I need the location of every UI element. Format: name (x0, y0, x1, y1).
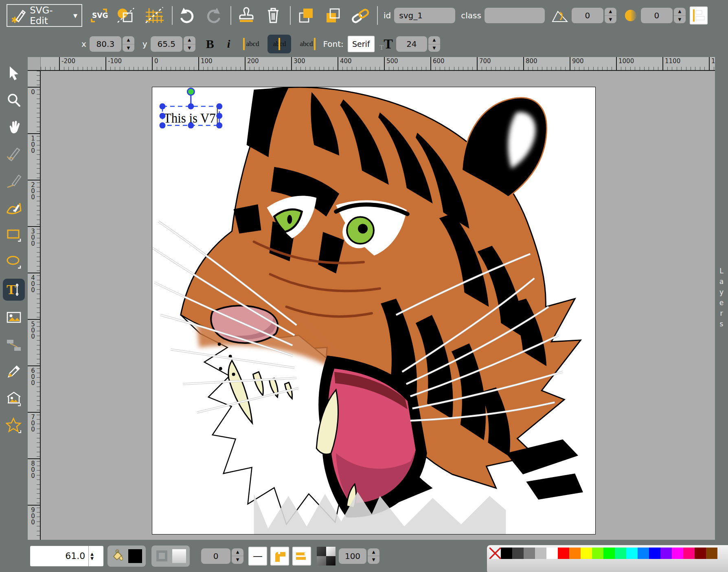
palette-swatch[interactable] (524, 548, 535, 559)
undo-button[interactable] (177, 6, 197, 25)
linejoin-button[interactable] (270, 547, 289, 565)
id-input[interactable] (394, 8, 455, 23)
anchor-start-bar-icon (243, 38, 245, 50)
text-anchor-middle-button[interactable]: abcd (268, 35, 291, 53)
palette-swatch[interactable] (672, 548, 683, 559)
tool-ellipse[interactable] (4, 252, 24, 271)
tool-text[interactable]: T (3, 279, 25, 301)
blur-tool (623, 6, 638, 25)
palette-swatch-none[interactable] (489, 548, 501, 559)
rotate-handle[interactable] (187, 88, 194, 95)
bold-button[interactable]: B (206, 37, 214, 51)
opacity-checker-icon[interactable] (317, 547, 335, 565)
text-toolbar: x ▲▼ y ▲▼ B i abcd abcd abcd Font: Serif… (0, 31, 728, 57)
tool-line[interactable] (4, 171, 24, 191)
palette-swatch[interactable] (569, 548, 581, 559)
tool-rect[interactable] (4, 225, 24, 244)
tool-eyedropper[interactable] (4, 362, 24, 381)
selected-text-group[interactable]: This is V7 (159, 88, 222, 129)
palette-swatch[interactable] (626, 548, 638, 559)
angle-input[interactable] (572, 8, 603, 23)
font-size-icon: T T (379, 36, 393, 52)
palette-swatch[interactable] (706, 548, 717, 559)
ruler-corner (28, 57, 41, 71)
stroke-width-spinner[interactable]: ▲▼ (232, 548, 243, 564)
y-spinner[interactable]: ▲▼ (184, 36, 195, 52)
v-ruler-label: 200 (28, 180, 40, 201)
palette-swatch[interactable] (558, 548, 569, 559)
h-ruler-label: 200 (245, 57, 259, 70)
palette-swatch[interactable] (592, 548, 603, 559)
font-size-input[interactable] (396, 36, 427, 52)
zoom-spinner[interactable]: ▲▼ (88, 546, 95, 566)
redo-button[interactable] (204, 6, 224, 25)
move-to-back-button[interactable] (322, 6, 344, 25)
font-size-spinner[interactable]: ▲▼ (428, 36, 440, 52)
text-anchor-start-button[interactable]: abcd (241, 35, 264, 53)
linecap-button[interactable] (292, 547, 311, 565)
palette-swatch[interactable] (683, 548, 695, 559)
eyedropper-icon (6, 363, 22, 380)
palette-swatch[interactable] (695, 548, 706, 559)
palette-swatch[interactable] (649, 548, 660, 559)
tool-connector[interactable] (4, 335, 24, 354)
h-ruler-label: 100 (198, 57, 213, 70)
delete-button[interactable] (263, 6, 283, 25)
x-input[interactable] (90, 36, 121, 52)
palette-swatch[interactable] (512, 548, 524, 559)
svg-canvas[interactable]: This is V7 (152, 87, 596, 535)
class-input[interactable] (485, 8, 545, 23)
stroke-style-button[interactable]: — (248, 547, 267, 565)
link-button[interactable] (349, 6, 371, 25)
separator (230, 6, 231, 25)
tool-pencil[interactable] (4, 144, 24, 164)
tool-pan[interactable] (4, 117, 24, 137)
fill-color-control[interactable] (107, 546, 146, 567)
opacity-input[interactable] (339, 548, 366, 564)
layers-panel-toggle[interactable]: Layers (715, 57, 728, 540)
palette-swatch[interactable] (660, 548, 672, 559)
align-button[interactable] (690, 7, 708, 24)
font-family-button[interactable]: Serif (348, 36, 375, 52)
clone-button[interactable] (236, 6, 257, 25)
palette-swatch[interactable] (615, 548, 626, 559)
palette-swatch[interactable] (581, 548, 592, 559)
main-menu-button[interactable]: SVG-Edit ▼ (7, 4, 82, 27)
tool-library[interactable] (4, 389, 24, 408)
blur-input[interactable] (641, 8, 673, 23)
y-label: y (143, 39, 147, 49)
italic-button[interactable]: i (227, 37, 230, 51)
palette-swatch[interactable] (546, 548, 558, 559)
angle-icon (551, 7, 569, 24)
source-button[interactable]: SVG (88, 6, 109, 25)
wireframe-button[interactable] (114, 6, 138, 25)
palette-swatch[interactable] (638, 548, 649, 559)
h-ruler-label: 1000 (616, 57, 634, 70)
stroke-color-control[interactable] (151, 546, 190, 567)
tool-star[interactable] (4, 416, 24, 435)
palette-swatch[interactable] (501, 548, 512, 559)
main-toolbar: SVG-Edit ▼ SVG (0, 0, 728, 31)
bottom-toolbar: 61.0 ▲▼ ▲▼ — (0, 540, 728, 572)
text-anchor-end-button[interactable]: abcd (294, 35, 318, 53)
opacity-spinner[interactable]: ▲▼ (368, 548, 379, 564)
linejoin-icon (272, 549, 287, 563)
tool-path[interactable] (4, 198, 24, 218)
zoom-control[interactable]: 61.0 ▲▼ (30, 546, 103, 566)
palette-swatch[interactable] (535, 548, 546, 559)
separator (377, 6, 378, 25)
workspace[interactable]: This is V7 (41, 71, 715, 540)
move-to-front-button[interactable] (296, 6, 318, 25)
grid-button[interactable] (143, 6, 166, 25)
anchor-end-sample: abcd (300, 40, 313, 48)
stroke-width-input[interactable] (201, 548, 230, 564)
x-spinner[interactable]: ▲▼ (123, 36, 134, 52)
tool-select[interactable] (4, 64, 24, 83)
blur-spinner[interactable]: ▲▼ (674, 8, 686, 23)
rect-icon (6, 227, 22, 243)
y-input[interactable] (151, 36, 182, 52)
tool-zoom[interactable] (4, 90, 24, 110)
angle-spinner[interactable]: ▲▼ (605, 8, 616, 23)
palette-swatch[interactable] (603, 548, 615, 559)
tool-image[interactable] (4, 308, 24, 328)
